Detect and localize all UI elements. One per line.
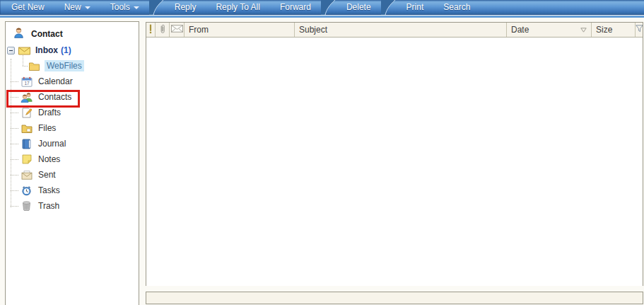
sidebar-item-label: Notes	[38, 154, 60, 164]
person-icon	[13, 27, 25, 41]
column-header-size[interactable]: Size	[592, 23, 636, 37]
column-header-importance[interactable]	[146, 23, 156, 37]
trash-icon	[20, 201, 33, 211]
toolbar-accent-strip	[0, 16, 644, 18]
envelope-icon	[171, 25, 183, 35]
toolbar-group-delete: Delete	[335, 0, 381, 14]
sort-descending-icon	[580, 25, 587, 35]
delete-label: Delete	[346, 2, 371, 12]
journal-icon	[20, 139, 33, 149]
forward-button[interactable]: Forward	[270, 0, 321, 14]
importance-icon	[148, 24, 153, 36]
sidebar-item-label: WebFiles	[45, 60, 84, 71]
sidebar-item-label: Contacts	[38, 92, 71, 102]
get-new-label: Get New	[11, 2, 45, 12]
toolbar-group-separator	[381, 0, 395, 15]
sidebar-item-drafts[interactable]: Drafts	[6, 105, 139, 120]
collapse-toggle-icon[interactable]	[7, 47, 15, 54]
column-header-subject[interactable]: Subject	[295, 23, 507, 37]
column-header-read-status[interactable]	[170, 23, 185, 37]
sidebar-item-sent[interactable]: Sent	[6, 167, 139, 183]
column-header-from[interactable]: From	[185, 23, 295, 37]
contacts-icon	[20, 92, 33, 103]
tools-label: Tools	[110, 2, 130, 12]
sidebar-item-files[interactable]: Files	[6, 120, 139, 136]
delete-button[interactable]: Delete	[335, 0, 381, 14]
sidebar-title: Contact	[31, 29, 63, 39]
attachment-icon	[159, 23, 166, 36]
toolbar: Get New New Tools Reply Reply To All For…	[0, 0, 644, 15]
drafts-icon	[20, 108, 33, 118]
date-column-label: Date	[511, 25, 529, 35]
chevron-down-icon	[85, 6, 90, 9]
new-menu-button[interactable]: New	[54, 0, 100, 14]
filter-icon	[636, 25, 643, 35]
toolbar-group-mailbox: Get New New Tools	[0, 0, 149, 14]
inbox-envelope-icon	[18, 45, 31, 55]
toolbar-group-utility: Print Search	[395, 0, 481, 14]
sidebar-item-label: Journal	[38, 139, 66, 149]
tasks-icon	[20, 185, 33, 196]
reply-to-all-label: Reply To All	[216, 2, 259, 12]
print-button[interactable]: Print	[395, 0, 434, 14]
toolbar-group-separator	[321, 0, 335, 15]
sidebar-item-label: Calendar	[38, 76, 73, 86]
sidebar-item-tasks[interactable]: Tasks	[6, 183, 139, 198]
search-button[interactable]: Search	[433, 0, 480, 14]
reply-label: Reply	[175, 2, 197, 12]
from-column-label: From	[189, 25, 209, 35]
files-icon	[20, 124, 33, 133]
sidebar-item-label: Inbox	[35, 45, 58, 55]
column-header-date[interactable]: Date	[507, 23, 592, 37]
unread-count-badge: (1)	[61, 45, 71, 55]
sidebar-item-label: Trash	[38, 201, 59, 211]
notes-icon	[20, 154, 33, 164]
column-header-filter[interactable]	[636, 23, 643, 37]
sidebar-item-label: Drafts	[38, 108, 61, 117]
forward-label: Forward	[280, 2, 311, 12]
reply-button[interactable]: Reply	[163, 0, 206, 14]
sidebar-item-webfiles[interactable]: WebFiles	[6, 58, 139, 74]
get-new-button[interactable]: Get New	[0, 0, 54, 14]
subject-column-label: Subject	[299, 25, 327, 35]
sidebar-item-contacts[interactable]: Contacts	[6, 89, 139, 105]
sidebar-item-journal[interactable]: Journal	[6, 136, 139, 151]
sidebar-item-notes[interactable]: Notes	[6, 151, 139, 167]
sidebar-item-trash[interactable]: Trash	[6, 198, 139, 214]
tools-menu-button[interactable]: Tools	[100, 0, 149, 14]
size-column-label: Size	[596, 25, 612, 35]
folder-tree: Inbox (1) WebFiles 17	[6, 42, 139, 214]
sidebar-item-label: Files	[38, 123, 56, 133]
toolbar-group-separator	[149, 0, 163, 15]
calendar-icon: 17	[20, 76, 33, 87]
print-label: Print	[406, 2, 424, 12]
sidebar-item-label: Tasks	[38, 185, 60, 195]
message-list-body[interactable]	[146, 38, 643, 286]
sidebar-item-inbox[interactable]: Inbox (1)	[6, 42, 139, 58]
preview-pane	[146, 292, 643, 304]
calendar-day-number: 17	[24, 81, 30, 86]
folder-sidebar: Contact Inbox (1) WebFiles	[5, 21, 139, 305]
sidebar-item-label: Sent	[38, 170, 56, 180]
sidebar-header: Contact	[13, 27, 63, 41]
column-header-attachment[interactable]	[156, 23, 170, 37]
toolbar-group-message: Reply Reply To All Forward	[163, 0, 321, 14]
reply-to-all-button[interactable]: Reply To All	[206, 0, 269, 14]
sidebar-item-calendar[interactable]: 17 Calendar	[6, 74, 139, 89]
folder-icon	[28, 62, 41, 71]
new-label: New	[64, 2, 81, 12]
message-list-panel: From Subject Date Size	[146, 22, 643, 286]
search-label: Search	[443, 2, 470, 12]
chevron-down-icon	[134, 6, 139, 9]
sent-icon	[20, 171, 33, 180]
message-list-header: From Subject Date Size	[146, 23, 643, 38]
